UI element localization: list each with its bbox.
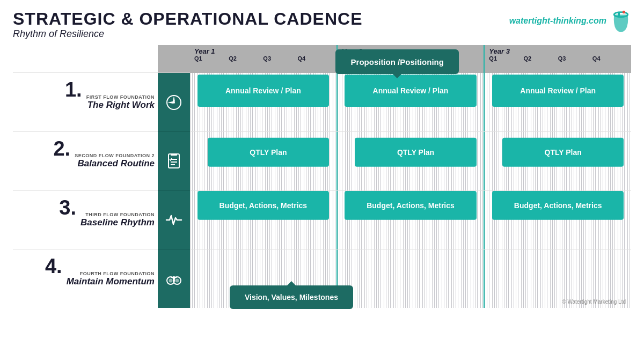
vision-text: Vision, Values, Milestones [245,293,338,302]
flow-number-2: 2. [53,138,70,159]
budget-text-2: Budget, Actions, Metrics [367,201,455,210]
q3-1: Q3 [263,55,297,62]
year-section-4-2 [338,249,485,308]
flow-number-4: 4. [45,256,62,276]
annual-review-card-3: Annual Review / Plan [492,75,624,107]
qtly-plan-card-2: QTLY Plan [355,138,476,167]
flow-text-2: SECOND FLOW FOUNDATION 2 Balanced Routin… [75,153,155,169]
flow-row-4: 4. FOURTH FLOw FOUNDATION Maintain Momen… [13,249,158,308]
flow-name-3: Baseline Rhythm [80,217,155,228]
years-area: Year 1 Q1 Q2 Q3 Q4 Year 2 Q1 Q2 Q3 Q4 [190,45,631,308]
flow-text-3: THIRD FLOW FOUNDATION Baseline Rhythm [80,212,155,228]
qtly-plan-card-3: QTLY Plan [502,138,624,167]
icon-header-spacer [158,45,190,73]
flow-text-1: FIRST FLOW FOUNDATION The Right Work [86,94,155,111]
flow-name-1: The Right Work [86,100,155,111]
icon-cell-2 [158,132,190,191]
flow-foundation-3: THIRD FLOW FOUNDATION [80,212,155,217]
binoculars-icon [165,270,182,288]
main-title: STRATEGIC & OPERATIONAL CADENCE [13,10,362,28]
year-block-3: Year 3 Q1 Q2 Q3 Q4 [485,45,631,73]
compass-icon [165,94,182,111]
copyright: © Watertight Marketing Ltd [562,299,626,305]
qtly-plan-text-3: QTLY Plan [545,148,582,157]
annual-review-card-2: Annual Review / Plan [345,75,476,107]
barcode-4-2 [338,249,484,308]
annual-review-card-1: Annual Review / Plan [197,75,329,107]
budget-card-3: Budget, Actions, Metrics [492,191,624,220]
year-section-1-2: Annual Review / Plan [338,73,485,131]
q1-3: Q1 [489,55,523,62]
flow-name-2: Balanced Routine [75,158,155,169]
icon-cell-4 [158,249,190,308]
proposition-popup: Proposition /Positioning [335,49,459,74]
q4-1: Q4 [298,55,332,62]
year-section-1-1: Annual Review / Plan [190,73,338,131]
bucket-icon [611,10,631,32]
year-section-3-3: Budget, Actions, Metrics [485,191,631,249]
budget-card-1: Budget, Actions, Metrics [197,191,329,220]
svg-point-2 [623,11,625,13]
label-header-spacer [13,45,158,73]
year-section-2-1: QTLY Plan [190,132,338,190]
annual-review-text-1: Annual Review / Plan [225,86,301,95]
main-content: 1. FIRST FLOW FOUNDATION The Right Work … [13,45,631,308]
qtly-plan-card-1: QTLY Plan [208,138,329,167]
grid-row-1: Annual Review / Plan Annual Review / Pla… [190,73,631,132]
icon-cell-3 [158,191,190,250]
flow-foundation-1: FIRST FLOW FOUNDATION [86,94,155,100]
checklist-icon [165,152,182,170]
q3-3: Q3 [558,55,592,62]
svg-point-8 [173,101,175,104]
svg-rect-9 [169,154,179,168]
qtly-plan-text-2: QTLY Plan [397,148,434,157]
q2-3: Q2 [524,55,558,62]
annual-review-text-2: Annual Review / Plan [373,86,449,95]
annual-review-text-3: Annual Review / Plan [520,86,596,95]
svg-rect-1 [618,12,620,17]
svg-rect-18 [173,276,175,280]
flow-text-4: FOURTH FLOw FOUNDATION Maintain Momentum [67,271,155,287]
svg-rect-10 [171,153,177,156]
left-labels: 1. FIRST FLOW FOUNDATION The Right Work … [13,45,158,308]
proposition-text: Proposition /Positioning [351,57,444,67]
year-label-1: Year 1 [194,47,332,55]
year-block-1: Year 1 Q1 Q2 Q3 Q4 [190,45,338,73]
svg-point-17 [175,278,179,282]
brand-url: watertight-thinking.com [509,16,606,26]
q4-3: Q4 [592,55,627,62]
header-right: watertight-thinking.com [509,10,631,32]
header: STRATEGIC & OPERATIONAL CADENCE Rhythm o… [13,10,631,40]
qtly-plan-text-1: QTLY Plan [250,148,287,157]
year-section-3-2: Budget, Actions, Metrics [338,191,485,249]
pulse-icon [165,211,182,229]
quarter-labels-1: Q1 Q2 Q3 Q4 [194,55,332,62]
budget-text-1: Budget, Actions, Metrics [219,201,308,210]
flow-name-4: Maintain Momentum [67,276,155,287]
grid-row-2: QTLY Plan QTLY Plan QTLY Plan [190,132,631,191]
year-section-2-2: QTLY Plan [338,132,485,190]
sub-title: Rhythm of Resilience [13,28,362,40]
quarter-labels-3: Q1 Q2 Q3 Q4 [489,55,627,62]
grid-rows: Annual Review / Plan Annual Review / Pla… [190,73,631,308]
flow-row-3: 3. THIRD FLOW FOUNDATION Baseline Rhythm [13,191,158,250]
flow-foundation-2: SECOND FLOW FOUNDATION 2 [75,153,155,158]
year-section-2-3: QTLY Plan [485,132,631,190]
budget-text-3: Budget, Actions, Metrics [514,201,602,210]
flow-number-3: 3. [59,197,76,218]
vision-popup: Vision, Values, Milestones [230,285,353,309]
budget-card-2: Budget, Actions, Metrics [345,191,476,220]
icon-col [158,45,190,308]
q2-1: Q2 [229,55,263,62]
q1-1: Q1 [194,55,229,62]
icon-cell-1 [158,73,190,132]
svg-point-16 [169,278,173,282]
flow-number-1: 1. [65,79,82,100]
flow-row-1: 1. FIRST FLOW FOUNDATION The Right Work [13,73,158,132]
flow-row-2: 2. SECOND FLOW FOUNDATION 2 Balanced Rou… [13,132,158,191]
year-section-3-1: Budget, Actions, Metrics [190,191,338,249]
page-container: STRATEGIC & OPERATIONAL CADENCE Rhythm o… [0,0,644,338]
header-left: STRATEGIC & OPERATIONAL CADENCE Rhythm o… [13,10,362,40]
year-section-1-3: Annual Review / Plan [485,73,631,131]
grid-row-3: Budget, Actions, Metrics Budget, Actions… [190,191,631,250]
